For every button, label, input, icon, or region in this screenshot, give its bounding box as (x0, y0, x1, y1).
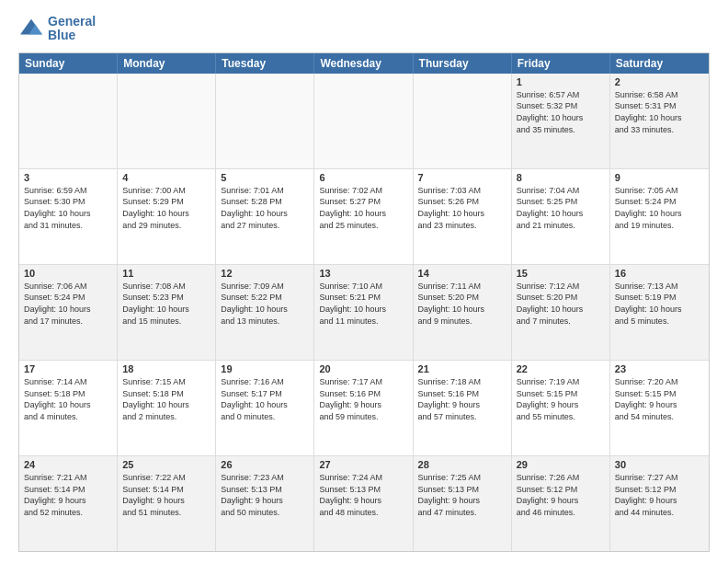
day-number: 4 (122, 172, 210, 183)
calendar-header: SundayMondayTuesdayWednesdayThursdayFrid… (19, 53, 709, 74)
day-cell-9: 9Sunrise: 7:05 AM Sunset: 5:24 PM Daylig… (610, 169, 709, 264)
day-content: Sunrise: 7:16 AM Sunset: 5:17 PM Dayligh… (221, 376, 309, 422)
day-cell-28: 28Sunrise: 7:25 AM Sunset: 5:13 PM Dayli… (414, 456, 512, 551)
day-number: 8 (517, 172, 605, 183)
day-cell-21: 21Sunrise: 7:18 AM Sunset: 5:16 PM Dayli… (414, 361, 512, 455)
day-content: Sunrise: 7:23 AM Sunset: 5:13 PM Dayligh… (221, 472, 309, 518)
day-number: 19 (221, 363, 309, 374)
header-day-thursday: Thursday (414, 53, 512, 74)
day-content: Sunrise: 7:01 AM Sunset: 5:28 PM Dayligh… (221, 185, 309, 231)
day-content: Sunrise: 7:27 AM Sunset: 5:12 PM Dayligh… (615, 472, 704, 518)
day-cell-6: 6Sunrise: 7:02 AM Sunset: 5:27 PM Daylig… (314, 169, 413, 264)
day-content: Sunrise: 7:20 AM Sunset: 5:15 PM Dayligh… (615, 376, 704, 422)
day-cell-15: 15Sunrise: 7:12 AM Sunset: 5:20 PM Dayli… (512, 265, 610, 360)
day-cell-7: 7Sunrise: 7:03 AM Sunset: 5:26 PM Daylig… (414, 169, 512, 264)
empty-cell (216, 74, 314, 168)
calendar: SundayMondayTuesdayWednesdayThursdayFrid… (18, 52, 710, 552)
day-number: 2 (615, 76, 704, 87)
day-cell-13: 13Sunrise: 7:10 AM Sunset: 5:21 PM Dayli… (314, 265, 413, 360)
day-cell-22: 22Sunrise: 7:19 AM Sunset: 5:15 PM Dayli… (512, 361, 610, 455)
header-day-wednesday: Wednesday (314, 53, 413, 74)
day-content: Sunrise: 7:09 AM Sunset: 5:22 PM Dayligh… (221, 281, 309, 327)
day-cell-4: 4Sunrise: 7:00 AM Sunset: 5:29 PM Daylig… (118, 169, 216, 264)
day-cell-3: 3Sunrise: 6:59 AM Sunset: 5:30 PM Daylig… (19, 169, 118, 264)
day-number: 17 (24, 363, 112, 374)
day-cell-5: 5Sunrise: 7:01 AM Sunset: 5:28 PM Daylig… (216, 169, 314, 264)
header-day-saturday: Saturday (610, 53, 709, 74)
day-content: Sunrise: 7:10 AM Sunset: 5:21 PM Dayligh… (319, 281, 407, 327)
day-content: Sunrise: 7:22 AM Sunset: 5:14 PM Dayligh… (122, 472, 210, 518)
day-number: 6 (319, 172, 407, 183)
header-day-friday: Friday (512, 53, 610, 74)
day-content: Sunrise: 7:13 AM Sunset: 5:19 PM Dayligh… (615, 281, 704, 327)
day-content: Sunrise: 7:12 AM Sunset: 5:20 PM Dayligh… (517, 281, 605, 327)
day-cell-8: 8Sunrise: 7:04 AM Sunset: 5:25 PM Daylig… (512, 169, 610, 264)
empty-cell (414, 74, 512, 168)
day-number: 18 (122, 363, 210, 374)
header-day-monday: Monday (118, 53, 216, 74)
day-cell-24: 24Sunrise: 7:21 AM Sunset: 5:14 PM Dayli… (19, 456, 118, 551)
day-content: Sunrise: 6:59 AM Sunset: 5:30 PM Dayligh… (24, 185, 112, 231)
calendar-row-2: 3Sunrise: 6:59 AM Sunset: 5:30 PM Daylig… (19, 169, 709, 265)
day-content: Sunrise: 7:04 AM Sunset: 5:25 PM Dayligh… (517, 185, 605, 231)
day-cell-26: 26Sunrise: 7:23 AM Sunset: 5:13 PM Dayli… (216, 456, 314, 551)
calendar-body: 1Sunrise: 6:57 AM Sunset: 5:32 PM Daylig… (19, 74, 709, 551)
header-day-sunday: Sunday (19, 53, 118, 74)
day-cell-23: 23Sunrise: 7:20 AM Sunset: 5:15 PM Dayli… (610, 361, 709, 455)
day-cell-30: 30Sunrise: 7:27 AM Sunset: 5:12 PM Dayli… (610, 456, 709, 551)
day-cell-20: 20Sunrise: 7:17 AM Sunset: 5:16 PM Dayli… (314, 361, 413, 455)
day-content: Sunrise: 7:19 AM Sunset: 5:15 PM Dayligh… (517, 376, 605, 422)
day-content: Sunrise: 6:58 AM Sunset: 5:31 PM Dayligh… (615, 89, 704, 135)
day-content: Sunrise: 7:00 AM Sunset: 5:29 PM Dayligh… (122, 185, 210, 231)
day-cell-17: 17Sunrise: 7:14 AM Sunset: 5:18 PM Dayli… (19, 361, 118, 455)
day-number: 30 (615, 459, 704, 470)
day-number: 10 (24, 268, 112, 279)
empty-cell (118, 74, 216, 168)
header: General Blue (18, 15, 710, 43)
day-number: 28 (418, 459, 506, 470)
day-content: Sunrise: 7:06 AM Sunset: 5:24 PM Dayligh… (24, 281, 112, 327)
day-number: 20 (319, 363, 407, 374)
day-content: Sunrise: 7:03 AM Sunset: 5:26 PM Dayligh… (418, 185, 506, 231)
day-number: 21 (418, 363, 506, 374)
empty-cell (19, 74, 118, 168)
day-content: Sunrise: 7:24 AM Sunset: 5:13 PM Dayligh… (319, 472, 407, 518)
page: General Blue SundayMondayTuesdayWednesda… (0, 0, 728, 563)
day-number: 12 (221, 268, 309, 279)
day-number: 13 (319, 268, 407, 279)
day-cell-25: 25Sunrise: 7:22 AM Sunset: 5:14 PM Dayli… (118, 456, 216, 551)
day-number: 23 (615, 363, 704, 374)
day-cell-16: 16Sunrise: 7:13 AM Sunset: 5:19 PM Dayli… (610, 265, 709, 360)
calendar-row-4: 17Sunrise: 7:14 AM Sunset: 5:18 PM Dayli… (19, 361, 709, 456)
day-number: 1 (517, 76, 605, 87)
day-number: 26 (221, 459, 309, 470)
day-number: 15 (517, 268, 605, 279)
day-number: 16 (615, 268, 704, 279)
day-number: 7 (418, 172, 506, 183)
day-content: Sunrise: 7:11 AM Sunset: 5:20 PM Dayligh… (418, 281, 506, 327)
day-number: 22 (517, 363, 605, 374)
day-content: Sunrise: 7:02 AM Sunset: 5:27 PM Dayligh… (319, 185, 407, 231)
day-cell-18: 18Sunrise: 7:15 AM Sunset: 5:18 PM Dayli… (118, 361, 216, 455)
header-day-tuesday: Tuesday (216, 53, 314, 74)
calendar-row-1: 1Sunrise: 6:57 AM Sunset: 5:32 PM Daylig… (19, 74, 709, 169)
day-content: Sunrise: 7:08 AM Sunset: 5:23 PM Dayligh… (122, 281, 210, 327)
day-cell-14: 14Sunrise: 7:11 AM Sunset: 5:20 PM Dayli… (414, 265, 512, 360)
day-number: 29 (517, 459, 605, 470)
day-content: Sunrise: 7:15 AM Sunset: 5:18 PM Dayligh… (122, 376, 210, 422)
day-cell-27: 27Sunrise: 7:24 AM Sunset: 5:13 PM Dayli… (314, 456, 413, 551)
day-content: Sunrise: 7:14 AM Sunset: 5:18 PM Dayligh… (24, 376, 112, 422)
day-cell-12: 12Sunrise: 7:09 AM Sunset: 5:22 PM Dayli… (216, 265, 314, 360)
logo: General Blue (18, 15, 96, 43)
day-content: Sunrise: 7:17 AM Sunset: 5:16 PM Dayligh… (319, 376, 407, 422)
day-number: 25 (122, 459, 210, 470)
calendar-row-3: 10Sunrise: 7:06 AM Sunset: 5:24 PM Dayli… (19, 265, 709, 361)
day-cell-1: 1Sunrise: 6:57 AM Sunset: 5:32 PM Daylig… (512, 74, 610, 168)
day-content: Sunrise: 6:57 AM Sunset: 5:32 PM Dayligh… (517, 89, 605, 135)
day-content: Sunrise: 7:05 AM Sunset: 5:24 PM Dayligh… (615, 185, 704, 231)
day-content: Sunrise: 7:18 AM Sunset: 5:16 PM Dayligh… (418, 376, 506, 422)
day-number: 9 (615, 172, 704, 183)
day-cell-19: 19Sunrise: 7:16 AM Sunset: 5:17 PM Dayli… (216, 361, 314, 455)
day-cell-2: 2Sunrise: 6:58 AM Sunset: 5:31 PM Daylig… (610, 74, 709, 168)
day-number: 24 (24, 459, 112, 470)
